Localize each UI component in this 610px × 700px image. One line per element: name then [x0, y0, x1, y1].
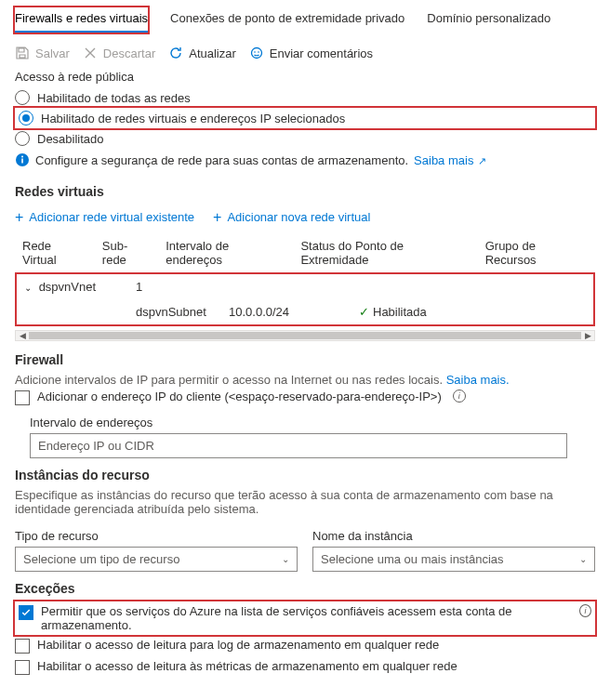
exception-metrics-read[interactable]: Habilitar o acesso de leitura às métrica… — [15, 656, 595, 678]
info-row: Configure a segurança de rede para suas … — [15, 149, 595, 175]
table-header-row: Rede Virtual Sub-rede Intervalo de ender… — [15, 233, 595, 272]
feedback-label: Enviar comentários — [270, 46, 373, 60]
col-subnet: Sub-rede — [95, 233, 158, 272]
save-label: Salvar — [35, 46, 70, 60]
firewall-title: Firewall — [15, 352, 595, 367]
col-range: Intervalo de endereços — [158, 233, 293, 272]
chevron-down-icon: ⌄ — [24, 283, 32, 293]
svg-point-0 — [251, 48, 261, 59]
vnet-subnet-count: 1 — [136, 280, 142, 294]
info-icon — [15, 152, 30, 167]
radio-selected-label: Habilitado de redes virtuais e endereços… — [41, 112, 345, 125]
firewall-learn-more-link[interactable]: Saiba mais. — [446, 373, 510, 387]
add-client-ip-checkbox-row[interactable]: Adicionar o endereço IP do cliente (<esp… — [15, 387, 595, 408]
save-button[interactable]: Salvar — [15, 46, 70, 60]
instance-name-label: Nome da instância — [312, 529, 595, 543]
svg-point-1 — [254, 51, 256, 53]
col-vnet: Rede Virtual — [15, 233, 95, 272]
plus-icon: + — [15, 211, 23, 224]
radio-disabled[interactable]: Desabilitado — [15, 128, 595, 149]
radio-icon — [19, 111, 33, 125]
resource-type-select[interactable]: Selecione um tipo de recurso ⌄ — [15, 547, 298, 572]
exception-metrics-label: Habilitar o acesso de leitura às métrica… — [37, 659, 458, 673]
chevron-down-icon: ⌄ — [579, 554, 587, 564]
tabs: Firewalls e redes virtuais Conexões de p… — [15, 7, 595, 33]
scroll-thumb[interactable] — [29, 332, 581, 339]
svg-rect-4 — [21, 159, 23, 164]
public-access-section: Acesso à rede pública Habilitado de toda… — [15, 70, 595, 175]
feedback-icon — [249, 46, 264, 60]
radio-disabled-label: Desabilitado — [37, 132, 104, 146]
feedback-button[interactable]: Enviar comentários — [249, 46, 373, 60]
radio-icon — [15, 90, 30, 105]
discard-button[interactable]: Descartar — [83, 46, 155, 60]
radio-all-networks[interactable]: Habilitado de todas as redes — [15, 87, 595, 108]
address-range-input[interactable] — [30, 433, 567, 458]
scroll-right-icon: ▶ — [581, 331, 594, 340]
info-tooltip-icon[interactable]: i — [579, 604, 591, 617]
public-access-title: Acesso à rede pública — [15, 70, 595, 84]
exception-log-label: Habilitar o acesso de leitura para log d… — [37, 638, 439, 652]
info-tooltip-icon[interactable]: i — [453, 390, 466, 403]
add-new-vnet-button[interactable]: + Adicionar nova rede virtual — [213, 210, 370, 224]
learn-more-link[interactable]: Saiba mais ↗ — [414, 153, 486, 167]
horizontal-scrollbar[interactable]: ◀ ▶ — [15, 330, 595, 341]
refresh-label: Atualizar — [189, 46, 236, 60]
radio-selected-networks[interactable]: Habilitado de redes virtuais e endereços… — [15, 108, 595, 128]
range-label: Intervalo de endereços — [15, 416, 595, 429]
save-icon — [15, 46, 30, 60]
table-row[interactable]: dspvnSubnet 10.0.0.0/24 ✓Habilitada — [17, 299, 593, 324]
refresh-icon — [168, 46, 183, 60]
resource-type-label: Tipo de recurso — [15, 529, 298, 543]
add-client-ip-label: Adicionar o endereço IP do cliente (<esp… — [37, 390, 442, 403]
external-icon: ↗ — [475, 155, 486, 166]
add-new-label: Adicionar nova rede virtual — [227, 210, 370, 224]
resource-instance-columns: Tipo de recurso Selecione um tipo de rec… — [15, 522, 595, 572]
firewall-desc-text: Adicione intervalos de IP para permitir … — [15, 373, 443, 387]
refresh-button[interactable]: Atualizar — [168, 46, 236, 60]
vnet-rows-highlight: ⌄ dspvnVnet 1 dspvnSubnet 10.0.0.0/24 ✓H… — [15, 272, 595, 326]
vnets-title: Redes virtuais — [15, 184, 595, 199]
plus-icon: + — [213, 211, 221, 224]
discard-label: Descartar — [103, 46, 155, 60]
instance-name-select[interactable]: Selecione uma ou mais instâncias ⌄ — [312, 547, 595, 572]
exception-trusted-label: Permitir que os serviços do Azure na lis… — [41, 604, 568, 632]
svg-point-5 — [21, 156, 23, 158]
vnet-table: Rede Virtual Sub-rede Intervalo de ender… — [15, 233, 595, 272]
firewall-desc: Adicione intervalos de IP para permitir … — [15, 373, 595, 387]
subnet-range: 10.0.0.0/24 — [229, 305, 289, 319]
instance-name-placeholder: Selecione uma ou mais instâncias — [321, 552, 504, 566]
checkbox-icon — [15, 660, 30, 675]
vnet-add-row: + Adicionar rede virtual existente + Adi… — [15, 205, 595, 233]
subnet-status: Habilitada — [373, 305, 427, 319]
info-text: Configure a segurança de rede para suas … — [35, 153, 408, 167]
table-row[interactable]: ⌄ dspvnVnet 1 — [17, 274, 593, 299]
exception-log-read[interactable]: Habilitar o acesso de leitura para log d… — [15, 635, 595, 656]
tab-custom-domain[interactable]: Domínio personalizado — [427, 7, 550, 33]
chevron-down-icon: ⌄ — [282, 554, 289, 564]
col-status: Status do Ponto de Extremidade — [293, 233, 477, 272]
add-existing-label: Adicionar rede virtual existente — [29, 210, 194, 224]
exception-trusted-services[interactable]: Permitir que os serviços do Azure na lis… — [15, 601, 595, 635]
toolbar: Salvar Descartar Atualizar Enviar coment… — [15, 40, 595, 70]
checkbox-icon — [15, 390, 30, 405]
radio-all-label: Habilitado de todas as redes — [37, 91, 191, 105]
radio-icon — [15, 131, 30, 146]
subnet-name: dspvnSubnet — [136, 305, 206, 319]
resource-instances-title: Instâncias do recurso — [15, 468, 595, 482]
scroll-left-icon: ◀ — [16, 331, 29, 340]
learn-more-label: Saiba mais — [414, 153, 473, 167]
tab-private-endpoint[interactable]: Conexões de ponto de extremidade privado — [170, 7, 404, 33]
tab-firewalls[interactable]: Firewalls e redes virtuais — [15, 7, 148, 33]
checkbox-icon — [15, 639, 30, 654]
resource-type-placeholder: Selecione um tipo de recurso — [23, 552, 179, 566]
vnet-name: dspvnVnet — [39, 280, 96, 294]
checkbox-icon — [19, 605, 33, 620]
svg-point-2 — [258, 51, 259, 53]
add-existing-vnet-button[interactable]: + Adicionar rede virtual existente — [15, 210, 194, 224]
check-icon: ✓ — [359, 305, 369, 319]
exceptions-title: Exceções — [15, 581, 595, 596]
col-rg: Grupo de Recursos — [478, 233, 595, 272]
discard-icon — [83, 46, 98, 60]
resource-instances-desc: Especifique as instâncias do recurso que… — [15, 488, 595, 516]
